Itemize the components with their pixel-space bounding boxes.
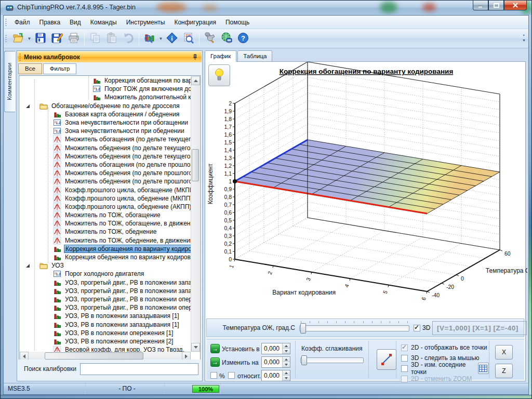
tree-item[interactable]: Множитель по ТОЖ, обеднение — [20, 228, 191, 236]
menu-item-3[interactable]: Команды — [86, 16, 122, 29]
tab-table[interactable]: Таблица — [237, 50, 272, 62]
tree-item[interactable]: Базовая карта обогащения / обеднения — [20, 110, 191, 118]
edit-neighbors-grid-button[interactable] — [478, 363, 489, 374]
smoothing-slider-thumb[interactable] — [301, 355, 307, 365]
tab-graph[interactable]: График — [205, 50, 236, 62]
copy-button[interactable] — [87, 31, 103, 46]
tree-item[interactable]: Множитель по ТОЖ, обеднение, в движении — [20, 236, 191, 245]
maximize-button[interactable] — [488, 1, 504, 10]
minimize-button[interactable] — [473, 1, 488, 10]
percent-checkbox[interactable] — [210, 372, 217, 379]
help-button[interactable]: ? — [235, 31, 251, 46]
tree-item[interactable]: Коэфф.прошлого цикла, обеднение (АКПП) — [20, 203, 191, 211]
tree-item[interactable]: 1.2Зона нечувствительности при обеднении — [20, 127, 191, 135]
tree-item[interactable]: Коэфф.прошлого цикла, обеднение (МКПП) — [20, 194, 191, 203]
tab-all[interactable]: Все — [18, 63, 42, 74]
view-option-checkbox-0[interactable] — [401, 344, 408, 351]
tree-item[interactable]: Множитель дополнительной коррекции — [20, 93, 191, 101]
relative-checkbox[interactable] — [228, 372, 235, 379]
paste-button[interactable] — [104, 31, 119, 46]
tree-item[interactable]: Коэфф.прошлого цикла, обогащение (МКПП) — [20, 185, 191, 194]
tree-item[interactable]: Множитель обеднения (по дельте прошлого … — [20, 169, 191, 177]
tree-item-label: Множитель по ТОЖ, обогащение, в движении — [64, 220, 191, 227]
tree-item[interactable]: УОЗ, прогретый двиг., РВ в положении опе… — [20, 303, 191, 312]
relative-value-spinner[interactable]: 0,000 — [261, 370, 290, 381]
compare-maps-button[interactable] — [142, 31, 157, 46]
tree-item[interactable]: Множитель обогащения (по дельте текущего… — [20, 135, 191, 143]
3d-checkbox[interactable] — [414, 325, 420, 331]
set-value-spinner[interactable]: 0,000 — [261, 343, 290, 354]
view-option-checkbox-1[interactable] — [401, 355, 408, 362]
menu-item-5[interactable]: Конфигурация — [169, 16, 221, 29]
tree-item[interactable]: Множитель обеднения (по дельте текущего … — [20, 152, 191, 161]
pin-icon[interactable] — [192, 54, 198, 60]
open-button[interactable] — [10, 31, 26, 46]
expand-triangle-icon[interactable] — [26, 264, 30, 268]
surface-plot-3d[interactable]: 00,10,20,30,40,50,60,70,80,911,11,21,31,… — [205, 62, 527, 317]
close-button[interactable] — [504, 1, 527, 10]
tree-item[interactable]: 1.2Зона нечувствительности при обогащени… — [20, 118, 191, 127]
menu-item-6[interactable]: Помощь — [221, 16, 254, 29]
tree-item-label: Базовая карта обогащения / обеднения — [64, 111, 180, 118]
menu-item-2[interactable]: Вид — [65, 16, 86, 29]
open-folder-icon — [12, 32, 24, 46]
tree-item[interactable]: Коррекция обогащения по варианту кодиров… — [20, 76, 191, 85]
tree-item[interactable]: УОЗ, РВ в положении запаздывания [1] — [20, 320, 191, 328]
set-value-label: Установить в — [222, 345, 260, 353]
comments-panel-tab[interactable]: Комментарии — [4, 51, 15, 112]
save-button[interactable] — [33, 31, 48, 46]
tree-item[interactable]: УОЗ, прогретый двиг., РВ в положении зап… — [20, 287, 191, 295]
z-axis-button[interactable]: Z — [495, 364, 513, 378]
print-button[interactable] — [66, 31, 82, 46]
apply-change-button[interactable]: → — [210, 357, 220, 367]
web-update-button[interactable] — [219, 31, 234, 46]
save-as-button[interactable] — [49, 31, 65, 46]
info-button[interactable]: i — [164, 31, 180, 46]
tree-item[interactable]: Коррекция обеднения по варианту кодирова… — [20, 253, 191, 261]
menu-item-0[interactable]: Файл — [10, 16, 35, 29]
search-input[interactable] — [80, 363, 198, 375]
temperature-slider-thumb[interactable] — [300, 323, 306, 334]
view-option-checkbox-2[interactable] — [401, 365, 408, 372]
undo-button[interactable] — [121, 31, 136, 46]
temperature-slider[interactable] — [299, 321, 409, 336]
tab-filter[interactable]: Фильтр — [43, 63, 77, 74]
hint-bulb-button[interactable] — [208, 64, 230, 86]
tree-vertical-scrollbar[interactable] — [191, 76, 200, 352]
menu-item-1[interactable]: Правка — [35, 16, 65, 29]
tree-item[interactable]: Весовой коэфф. для корр. УОЗ по Твозд. — [20, 345, 191, 352]
change-value-spinner[interactable]: 0,000 — [261, 356, 290, 368]
tree-item[interactable]: УОЗ, РВ в положении опережения [1] — [20, 329, 191, 337]
tree-item[interactable]: УОЗ, РВ в положении опережения [2] — [20, 337, 191, 345]
tree-item[interactable]: Множитель обеднения (по дельте текущего … — [20, 144, 191, 152]
tree-item[interactable]: УОЗ, прогретый двиг., РВ в положении зап… — [20, 278, 191, 287]
open-dropdown-arrow[interactable]: ▼ — [26, 31, 32, 46]
tree-item-selected[interactable]: Коррекция обогащения по варианту кодиров… — [20, 245, 191, 253]
svg-text:Вариант кодирования: Вариант кодирования — [272, 289, 336, 296]
x-axis-button[interactable]: X — [495, 345, 513, 360]
smoothing-slider[interactable] — [300, 355, 364, 367]
apply-set-button[interactable]: → — [210, 344, 220, 353]
tree-item[interactable]: Множитель обогащения (по дельте прошлого… — [20, 161, 191, 169]
tree-item[interactable]: 1.2Порог холодного двигателя — [20, 270, 191, 278]
tree-item[interactable]: УОЗ, прогретый двиг., РВ в положении опе… — [20, 295, 191, 303]
tree-item[interactable]: УОЗ — [20, 261, 191, 270]
diagonal-edit-button[interactable] — [377, 349, 396, 370]
titlebar[interactable]: ChipTuningPRO ver.7.4.8.995 - Tager.bin — [1, 1, 531, 15]
compare-maps-dropdown-arrow[interactable]: ▼ — [158, 31, 164, 46]
tools-button[interactable] — [202, 31, 218, 46]
toolbar-overflow-button[interactable]: ▪▾ — [521, 31, 527, 47]
curve-icon — [53, 345, 61, 352]
find-value-button[interactable]: 110 — [181, 31, 196, 46]
tree-item[interactable]: УОЗ, РВ в положении запаздывания [1] — [20, 312, 191, 320]
tree-item[interactable]: Множитель по ТОЖ, обогащение, в движении — [20, 219, 191, 228]
tree-item[interactable]: Обогащение/обеднение по дельте дросселя — [20, 102, 191, 110]
expand-triangle-icon[interactable] — [26, 104, 30, 108]
view-option-checkbox-3[interactable] — [401, 376, 408, 382]
tree-item[interactable]: Множитель по ТОЖ, обогащение — [20, 211, 191, 219]
find-value-icon: 110 — [182, 32, 195, 46]
tree-item[interactable]: Множитель обеднения (по дельте прошлого … — [20, 177, 191, 185]
tree-item[interactable]: 1.2Порог ТОЖ для включения доп. коррекци… — [20, 85, 191, 93]
menu-item-4[interactable]: Инструменты — [122, 16, 170, 29]
app-window: ChipTuningPRO ver.7.4.8.995 - Tager.bin … — [0, 0, 532, 399]
